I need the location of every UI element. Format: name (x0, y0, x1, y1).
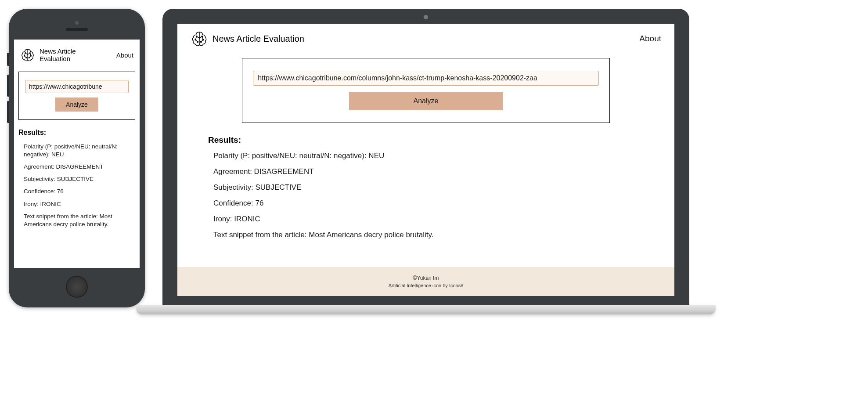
phone-screen: News Article Evaluation About Analyze Re… (14, 40, 140, 268)
phone-side-button (7, 75, 9, 97)
brain-icon (191, 30, 208, 47)
analyze-button[interactable]: Analyze (349, 92, 503, 110)
input-panel: Analyze (242, 58, 610, 123)
about-link[interactable]: About (639, 34, 661, 43)
footer-attribution: Artificial Intelligence icon by Icons8 (177, 283, 674, 288)
navbar: News Article Evaluation About (18, 45, 135, 67)
result-subjectivity: Subjectivity: SUBJECTIVE (213, 183, 642, 193)
phone-side-button (7, 53, 9, 66)
results-block: Polarity (P: positive/NEU: neutral/N: ne… (208, 151, 644, 240)
results-heading: Results: (208, 135, 644, 145)
about-link[interactable]: About (116, 51, 133, 59)
brain-icon (20, 47, 35, 62)
result-agreement: Agreement: DISAGREEMENT (213, 167, 642, 177)
app-title: News Article Evaluation (40, 47, 92, 63)
result-confidence: Confidence: 76 (213, 199, 642, 209)
app-title: News Article Evaluation (212, 34, 304, 44)
result-subjectivity: Subjectivity: SUBJECTIVE (24, 175, 133, 183)
result-snippet: Text snippet from the article: Most Amer… (24, 213, 133, 228)
phone-side-button (7, 101, 9, 123)
phone-speaker (66, 28, 88, 31)
result-irony: Irony: IRONIC (213, 214, 642, 224)
results-block: Polarity (P: positive/NEU: neutral/N: ne… (18, 143, 135, 229)
laptop-screen: News Article Evaluation About Analyze Re… (177, 24, 674, 296)
url-input[interactable] (25, 80, 129, 93)
footer-copyright: ©Yukari Im (177, 275, 674, 281)
input-panel: Analyze (18, 72, 135, 120)
analyze-button[interactable]: Analyze (55, 97, 98, 112)
footer: ©Yukari Im Artificial Intelligence icon … (177, 267, 674, 296)
results-heading: Results: (18, 129, 135, 137)
results-area: Results: Polarity (P: positive/NEU: neut… (177, 132, 674, 246)
phone-device-frame: News Article Evaluation About Analyze Re… (9, 9, 145, 307)
url-input[interactable] (253, 71, 599, 86)
laptop-base (136, 305, 716, 314)
laptop-camera (424, 15, 428, 19)
laptop-device-wrap: News Article Evaluation About Analyze Re… (162, 9, 689, 314)
result-snippet: Text snippet from the article: Most Amer… (213, 230, 642, 240)
laptop-device-frame: News Article Evaluation About Analyze Re… (162, 9, 689, 305)
navbar-brand: News Article Evaluation (191, 30, 304, 47)
result-confidence: Confidence: 76 (24, 188, 133, 195)
result-agreement: Agreement: DISAGREEMENT (24, 163, 133, 171)
result-irony: Irony: IRONIC (24, 200, 133, 208)
navbar: News Article Evaluation About (177, 24, 674, 54)
result-polarity: Polarity (P: positive/NEU: neutral/N: ne… (213, 151, 642, 161)
phone-home-button (66, 276, 88, 298)
navbar-brand: News Article Evaluation (20, 47, 92, 63)
result-polarity: Polarity (P: positive/NEU: neutral/N: ne… (24, 143, 133, 159)
